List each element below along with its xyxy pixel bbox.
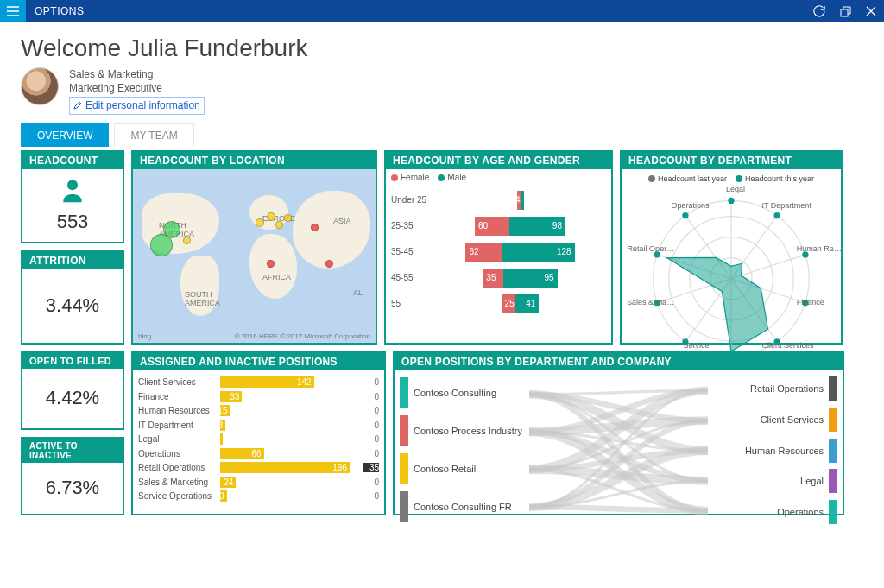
radar-axis-label: Finance — [797, 298, 857, 307]
age-row: 552541 — [391, 291, 606, 317]
refresh-button[interactable] — [806, 0, 832, 22]
assigned-bar: 196 — [220, 462, 350, 473]
panel-open-title: OPEN POSITIONS BY DEPARTMENT AND COMPANY — [395, 353, 843, 370]
age-row-label: Under 25 — [391, 195, 434, 205]
close-button[interactable] — [858, 0, 884, 22]
sankey-target-label: Operations — [777, 507, 824, 517]
kpi-active-value: 6.73% — [46, 477, 99, 499]
assigned-row-name: Service Operations — [138, 491, 220, 501]
sankey-source: Contoso Consulting — [400, 376, 527, 410]
assigned-bar: 8 — [220, 420, 225, 431]
svg-point-26 — [682, 212, 688, 218]
age-row-label: 55 — [391, 299, 434, 308]
hamburger-icon[interactable] — [0, 0, 26, 22]
kpi-attrition: ATTRITION 3.44% — [21, 250, 124, 345]
sankey-source-label: Contoso Consulting FR — [414, 502, 512, 512]
radar-axis-label: Client Services — [761, 341, 822, 350]
kpi-attrition-value: 3.44% — [46, 294, 99, 317]
assigned-bar: 24 — [220, 477, 236, 488]
sankey-target-label: Retail Operations — [750, 383, 824, 394]
panel-map: HEADCOUNT BY LOCATION NORTHAMERICA SOUTH… — [131, 150, 377, 345]
assigned-row-name: IT Department — [138, 420, 220, 430]
title-bar: OPTIONS — [0, 0, 884, 22]
panel-assigned: ASSIGNED AND INACTIVE POSITIONS Client S… — [131, 351, 386, 515]
panel-open-positions: OPEN POSITIONS BY DEPARTMENT AND COMPANY… — [393, 351, 844, 515]
kpi-headcount-value: 553 — [57, 211, 89, 233]
age-bar-male: 4 — [521, 191, 524, 210]
kpi-headcount-title: HEADCOUNT — [22, 152, 123, 169]
assigned-bar: 15 — [220, 405, 230, 416]
sankey-target-label: Human Resources — [745, 446, 824, 456]
role-label: Marketing Executive — [67, 81, 205, 95]
assigned-row: Sales & Marketing240 — [138, 475, 379, 490]
age-bar-female: 35 — [483, 269, 502, 288]
inactive-value: 0 — [363, 377, 379, 387]
radar-axis-label: Legal — [705, 185, 766, 193]
map-attribution: bing © 2016 HERE © 2017 Microsoft Corpor… — [138, 332, 370, 340]
tab-overview[interactable]: OVERVIEW — [21, 123, 109, 147]
age-gender-chart[interactable]: Female Male Under 251425-35609835-456212… — [386, 169, 611, 343]
assigned-bar: 10 — [220, 490, 227, 502]
assigned-chart[interactable]: Client Services1420Finance330Human Resou… — [133, 370, 384, 514]
tab-my-team[interactable]: MY TEAM — [114, 123, 193, 147]
assigned-row-name: Operations — [138, 449, 220, 458]
panel-dept-title: HEADCOUNT BY DEPARTMENT — [622, 152, 841, 169]
options-label: OPTIONS — [26, 5, 85, 17]
assigned-row-name: Sales & Marketing — [138, 477, 220, 487]
assigned-row: Human Resources150 — [138, 404, 379, 419]
radar-chart[interactable]: Headcount last year Headcount this year — [622, 169, 841, 379]
popup-button[interactable] — [832, 0, 858, 22]
kpi-open-title: OPEN TO FILLED — [22, 353, 123, 369]
assigned-row-name: Client Services — [138, 377, 220, 387]
inactive-value: 0 — [363, 491, 379, 501]
svg-rect-0 — [841, 9, 848, 16]
assigned-row-name: Legal — [138, 434, 220, 444]
radar-axis-label: IT Department — [761, 201, 822, 210]
assigned-row: IT Department80 — [138, 418, 379, 433]
radar-axis-label: Operations — [649, 201, 710, 210]
kpi-headcount: HEADCOUNT 553 — [21, 150, 124, 244]
inactive-value: 0 — [363, 434, 379, 444]
age-bar-male: 128 — [502, 243, 575, 262]
assigned-row: Operations660 — [138, 446, 379, 461]
panel-department: HEADCOUNT BY DEPARTMENT Headcount last y… — [620, 150, 843, 345]
svg-point-1 — [67, 180, 78, 191]
assigned-row-name: Retail Operations — [138, 463, 220, 472]
edit-personal-info-link[interactable]: Edit personal information — [69, 97, 205, 114]
age-bar-male: 95 — [503, 269, 558, 288]
assigned-row: Legal40 — [138, 433, 379, 447]
age-row-label: 25-35 — [391, 221, 434, 231]
age-row: 35-4562128 — [391, 239, 606, 265]
sankey-target: Legal — [710, 467, 837, 495]
kpi-open-value: 4.42% — [46, 387, 99, 409]
sankey-source-label: Contoso Process Industry — [414, 426, 522, 436]
svg-point-18 — [774, 212, 780, 218]
age-bar-male: 41 — [515, 294, 539, 313]
sankey-target-label: Client Services — [761, 414, 824, 425]
radar-legend: Headcount last year Headcount this year — [627, 174, 836, 183]
kpi-active-to-inactive: ACTIVE TO INACTIVE 6.73% — [21, 437, 124, 515]
profile-meta: Sales & Marketing Marketing Executive Ed… — [67, 67, 205, 115]
assigned-row-name: Human Resources — [138, 406, 220, 415]
open-positions-chart[interactable]: Contoso ConsultingContoso Process Indust… — [395, 370, 843, 531]
assigned-row: Service Operations100 — [138, 490, 379, 504]
age-bar-male: 98 — [509, 217, 565, 236]
edit-link-text: Edit personal information — [85, 98, 200, 112]
assigned-row-name: Finance — [138, 392, 220, 401]
inactive-value: 0 — [363, 406, 379, 415]
assigned-bar: 4 — [220, 433, 223, 445]
age-bar-female: 25 — [502, 294, 516, 313]
kpi-attrition-title: ATTRITION — [22, 252, 123, 269]
sankey-source: Contoso Retail — [400, 452, 527, 486]
panel-assigned-title: ASSIGNED AND INACTIVE POSITIONS — [133, 353, 384, 370]
age-row-label: 35-45 — [391, 247, 434, 256]
radar-axis-label: Sales & Ma… — [614, 298, 674, 307]
avatar — [21, 67, 59, 105]
map-chart[interactable]: NORTHAMERICA SOUTHAMERICA EUROPE AFRICA … — [133, 169, 376, 343]
inactive-value: 0 — [363, 477, 379, 487]
radar-axis-label: Human Re… — [797, 244, 857, 253]
svg-point-17 — [728, 197, 734, 203]
department-label: Sales & Marketing — [67, 67, 205, 81]
radar-axis-label: Retail Oper… — [614, 244, 674, 253]
assigned-row: Finance330 — [138, 389, 379, 404]
